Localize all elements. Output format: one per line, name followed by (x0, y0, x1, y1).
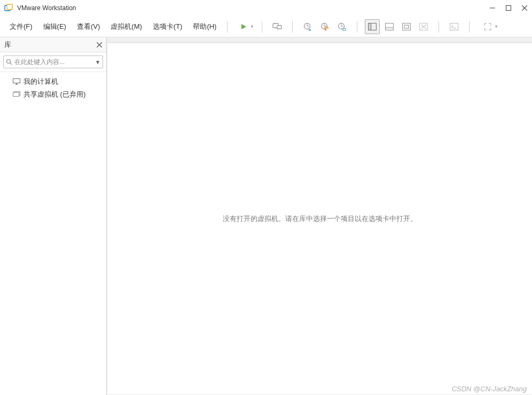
app-icon (4, 4, 13, 12)
console-icon (450, 23, 458, 30)
window-controls (489, 5, 528, 11)
chevron-down-icon: ▾ (495, 24, 497, 29)
stretch-icon (484, 23, 491, 30)
separator (292, 21, 293, 33)
take-snapshot-button[interactable] (300, 19, 315, 34)
stretch-guest-button[interactable]: ▾ (477, 19, 498, 34)
send-cad-button[interactable] (270, 19, 285, 34)
empty-state-message: 没有打开的虚拟机。请在库中选择一个项目以在选项卡中打开。 (223, 214, 417, 224)
power-on-button[interactable]: ▾ (233, 19, 254, 34)
shared-vm-icon (13, 91, 20, 98)
library-title: 库 (4, 40, 11, 50)
revert-snapshot-button[interactable] (317, 19, 332, 34)
svg-rect-27 (404, 25, 409, 28)
titlebar: VMware Workstation (0, 0, 532, 16)
search-icon (6, 59, 12, 65)
show-library-button[interactable] (365, 19, 380, 34)
screen-send-icon (272, 22, 282, 31)
svg-rect-41 (13, 93, 19, 97)
close-button[interactable] (521, 5, 528, 11)
console-view-button[interactable] (447, 19, 461, 34)
clock-manage-icon (338, 22, 346, 31)
svg-rect-26 (403, 23, 411, 30)
library-pane-icon (368, 23, 377, 30)
search-input[interactable] (14, 58, 95, 66)
menu-vm[interactable]: 虚拟机(M) (105, 20, 147, 34)
fullscreen-icon (402, 23, 411, 30)
svg-rect-1 (7, 4, 12, 10)
tabstrip (107, 37, 532, 43)
library-header: 库 (0, 37, 106, 52)
monitor-icon (13, 78, 20, 85)
menu-tabs[interactable]: 选项卡(T) (147, 20, 188, 34)
menu-view[interactable]: 查看(V) (72, 20, 105, 34)
svg-rect-21 (343, 28, 346, 30)
maximize-button[interactable] (505, 5, 512, 11)
library-tree: 我的计算机 共享虚拟机 (已弃用) (0, 72, 106, 395)
clock-plus-icon (303, 22, 312, 31)
search-row: ▼ (0, 52, 106, 72)
svg-rect-23 (369, 23, 371, 30)
separator (357, 21, 357, 33)
svg-rect-24 (386, 23, 394, 30)
tree-item-shared-vms[interactable]: 共享虚拟机 (已弃用) (2, 88, 104, 101)
svg-rect-37 (13, 79, 20, 83)
window-title: VMware Workstation (17, 4, 489, 12)
thumbnail-icon (385, 23, 394, 30)
thumbnail-view-button[interactable] (382, 19, 397, 34)
svg-rect-31 (450, 23, 458, 30)
svg-line-36 (10, 63, 12, 65)
menu-file[interactable]: 文件(F) (4, 20, 38, 34)
separator (439, 21, 439, 33)
tree-item-my-computer[interactable]: 我的计算机 (2, 75, 104, 88)
tree-item-label: 共享虚拟机 (已弃用) (24, 90, 85, 99)
unity-button[interactable] (416, 19, 431, 34)
main-area: 库 ▼ 我的计算机 (0, 37, 532, 395)
minimize-button[interactable] (489, 5, 496, 11)
svg-point-35 (7, 60, 11, 64)
separator (262, 21, 262, 33)
tree-item-label: 我的计算机 (24, 77, 58, 86)
separator (227, 21, 228, 33)
menu-help[interactable]: 帮助(H) (187, 20, 222, 34)
close-icon (97, 42, 102, 48)
toolbar: ▾ (233, 19, 498, 34)
svg-rect-3 (506, 6, 511, 11)
content-area: 没有打开的虚拟机。请在库中选择一个项目以在选项卡中打开。 (107, 37, 532, 395)
svg-rect-8 (277, 26, 281, 29)
svg-marker-6 (241, 24, 246, 29)
manage-snapshots-button[interactable] (334, 19, 349, 34)
svg-rect-25 (386, 28, 394, 30)
play-icon (240, 23, 247, 30)
viewport: 没有打开的虚拟机。请在库中选择一个项目以在选项卡中打开。 (107, 43, 532, 395)
clock-revert-icon (320, 22, 329, 31)
library-sidebar: 库 ▼ 我的计算机 (0, 37, 107, 395)
fullscreen-button[interactable] (399, 19, 414, 34)
separator (469, 21, 470, 33)
unity-icon (419, 23, 428, 30)
menubar: 文件(F) 编辑(E) 查看(V) 虚拟机(M) 选项卡(T) 帮助(H) ▾ (0, 16, 532, 37)
menu-items: 文件(F) 编辑(E) 查看(V) 虚拟机(M) 选项卡(T) 帮助(H) (4, 20, 222, 34)
library-close-button[interactable] (97, 42, 102, 48)
search-dropdown-button[interactable]: ▼ (95, 59, 100, 65)
search-box[interactable]: ▼ (3, 56, 103, 68)
menu-edit[interactable]: 编辑(E) (38, 20, 72, 34)
chevron-down-icon: ▾ (251, 24, 253, 29)
